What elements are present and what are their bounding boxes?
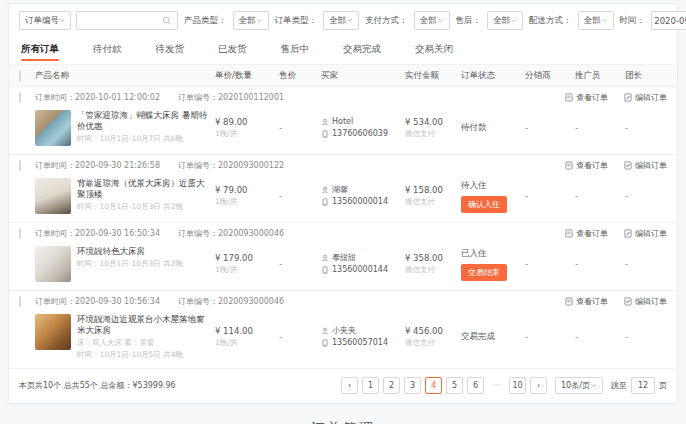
filter-label: 售后： — [456, 15, 482, 27]
page-button-4-active[interactable]: 4 — [425, 377, 442, 394]
edit-order-icon — [624, 161, 632, 170]
promoter-value: - — [575, 259, 625, 269]
unit-qty: 1晚/房 — [215, 129, 279, 139]
edit-order-button[interactable]: 编辑订单 — [624, 160, 667, 171]
end-transaction-button[interactable]: 交易结束 — [461, 264, 507, 281]
chevron-down-icon — [590, 382, 597, 389]
pay-method: 微信支付 — [405, 129, 461, 139]
page-ellipsis[interactable]: ··· — [488, 377, 505, 394]
select-value: 全部 — [420, 15, 437, 27]
pay-method: 微信支付 — [405, 265, 461, 275]
search-input[interactable] — [82, 16, 162, 26]
pay-method-select[interactable]: 全部 — [414, 11, 450, 30]
jump-label: 跳至 — [611, 380, 627, 391]
edit-order-button[interactable]: 编辑订单 — [624, 228, 667, 239]
filter-label: 产品类型： — [184, 15, 227, 27]
distributor-value: - — [525, 123, 575, 133]
jump-suffix: 页 — [659, 380, 667, 391]
view-order-button[interactable]: 查看订单 — [565, 228, 608, 239]
product-type-select[interactable]: 全部 — [233, 11, 269, 30]
person-icon — [321, 186, 329, 194]
page-button-10[interactable]: 10 — [509, 377, 526, 394]
date-from-input[interactable]: 2020-09-10 — [651, 11, 686, 30]
prev-page-button[interactable]: ‹ — [341, 377, 358, 394]
filter-bar: 订单编号 产品类型： 全部 订单类型： 全部 支付方式： 全部 售后： 全部 配… — [9, 4, 677, 36]
view-order-button[interactable]: 查看订单 — [565, 160, 608, 171]
row-checkbox[interactable] — [19, 296, 21, 307]
search-icon[interactable] — [162, 16, 172, 26]
aftersale-select[interactable]: 全部 — [487, 11, 523, 30]
edit-order-icon — [624, 93, 632, 102]
page-button-5[interactable]: 5 — [446, 377, 463, 394]
table-footer: 本页共10个 总共55个 总金额：¥53999.96 ‹ 1 2 3 4 5 6… — [9, 368, 677, 403]
jump-page-input[interactable] — [631, 377, 655, 394]
product-meta: 时间：10月1日-10月3日 共2晚 — [77, 259, 183, 269]
select-all-checkbox[interactable] — [19, 70, 21, 82]
tab-all-orders[interactable]: 所有订单 — [19, 36, 61, 64]
select-value: 全部 — [493, 15, 510, 27]
row-checkbox[interactable] — [19, 92, 21, 103]
promoter-value: - — [575, 332, 625, 342]
page-button-6[interactable]: 6 — [467, 377, 484, 394]
product-image — [35, 178, 71, 214]
buyer-name: 湖馨 — [332, 184, 348, 196]
product-image — [35, 314, 71, 350]
tab-pending-payment[interactable]: 待付款 — [91, 36, 124, 64]
page-button-3[interactable]: 3 — [404, 377, 421, 394]
search-type-value: 订单编号 — [25, 15, 59, 27]
sale-price: - — [279, 259, 321, 269]
leader-value: - — [625, 123, 677, 133]
pay-method: 微信支付 — [405, 338, 461, 348]
page-size-select[interactable]: 10条/页 — [555, 377, 603, 394]
tab-closed[interactable]: 交易关闭 — [413, 36, 455, 64]
paid-amount: ¥ 456.00 — [405, 326, 461, 336]
sale-price: - — [279, 123, 321, 133]
distributor-value: - — [525, 191, 575, 201]
tab-to-ship[interactable]: 待发货 — [154, 36, 187, 64]
edit-order-button[interactable]: 编辑订单 — [624, 92, 667, 103]
col-buyer: 买家 — [321, 70, 405, 82]
chevron-down-icon — [346, 17, 353, 24]
search-type-select[interactable]: 订单编号 — [19, 11, 71, 30]
order-content-row: 环境靓海边近观景台小木屋落地窗米大床房 床：双人大床 窗：景窗 时间：10月1日… — [9, 312, 677, 368]
filter-label: 订单类型： — [275, 15, 318, 27]
order-status: 已入住 — [461, 248, 525, 260]
product-name: 环境靓海边近观景台小木屋落地窗米大床房 — [77, 314, 209, 336]
pagination: ‹ 1 2 3 4 5 6 ··· 10 › 10条/页 跳至 页 — [341, 377, 667, 394]
view-order-icon — [565, 161, 573, 170]
page-button-1[interactable]: 1 — [362, 377, 379, 394]
chevron-down-icon — [510, 17, 517, 24]
promoter-value: - — [575, 191, 625, 201]
col-distributor: 分销商 — [525, 70, 575, 82]
view-order-button[interactable]: 查看订单 — [565, 296, 608, 307]
order-number: 订单编号：2020093000046 — [178, 228, 284, 239]
table-header: 产品名称 单价/数量 售价 买家 实付金额 订单状态 分销商 推广员 团长 — [9, 65, 677, 86]
view-order-button[interactable]: 查看订单 — [565, 92, 608, 103]
delivery-select[interactable]: 全部 — [578, 11, 614, 30]
order-time: 订单时间：2020-09-30 21:26:58 — [35, 160, 160, 171]
order-status: 交易完成 — [461, 331, 525, 343]
order-row: 订单时间：2020-09-30 21:26:58 订单编号：2020093000… — [9, 154, 677, 222]
tab-aftersale[interactable]: 售后中 — [279, 36, 312, 64]
tab-completed[interactable]: 交易完成 — [341, 36, 383, 64]
col-paid-amount: 实付金额 — [405, 70, 461, 82]
tab-shipped[interactable]: 已发货 — [216, 36, 249, 64]
unit-price: ¥ 89.00 — [215, 117, 279, 127]
person-icon — [321, 118, 329, 126]
page-button-2[interactable]: 2 — [383, 377, 400, 394]
time-filter-label: 时间： — [620, 15, 646, 27]
next-page-button[interactable]: › — [530, 377, 547, 394]
sale-price: - — [279, 332, 321, 342]
filter-label: 配送方式： — [529, 15, 572, 27]
chevron-down-icon — [256, 17, 263, 24]
status-tabs: 所有订单 待付款 待发货 已发货 售后中 交易完成 交易关闭 — [9, 36, 677, 65]
filter-label: 支付方式： — [365, 15, 408, 27]
order-group-header: 订单时间：2020-09-30 16:50:34 订单编号：2020093000… — [9, 223, 677, 244]
promoter-value: - — [575, 123, 625, 133]
edit-order-button[interactable]: 编辑订单 — [624, 296, 667, 307]
confirm-checkin-button[interactable]: 确认入住 — [461, 196, 507, 213]
row-checkbox[interactable] — [19, 228, 21, 239]
row-checkbox[interactable] — [19, 160, 21, 171]
phone-icon — [321, 339, 329, 347]
order-type-select[interactable]: 全部 — [323, 11, 359, 30]
